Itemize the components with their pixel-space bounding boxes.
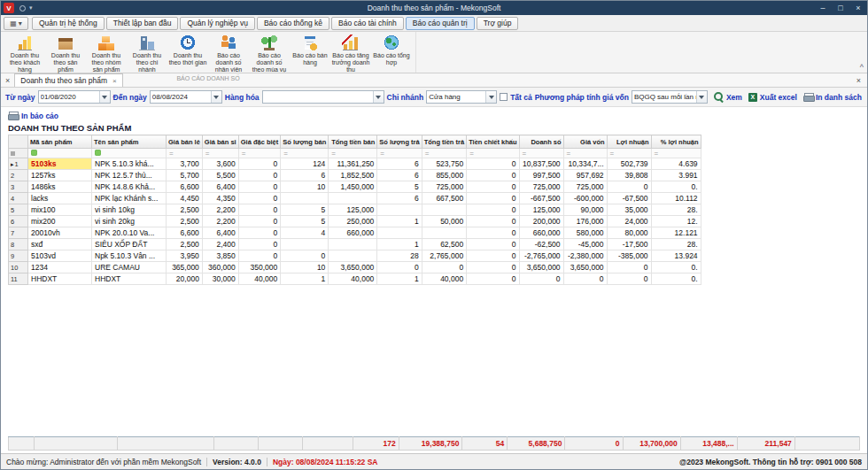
- grid-cell[interactable]: [329, 239, 377, 250]
- grid-cell[interactable]: 0: [238, 170, 281, 181]
- grid-cell[interactable]: 4,350: [202, 193, 238, 204]
- close-pane-icon[interactable]: ×: [856, 76, 861, 85]
- filter-cell[interactable]: =: [607, 149, 651, 158]
- grid-cell[interactable]: 360,000: [202, 262, 238, 274]
- grid-cell[interactable]: vi sinh 20kg: [92, 216, 167, 227]
- grid-cell[interactable]: [377, 204, 422, 216]
- grid-cell[interactable]: 4.639: [651, 158, 701, 170]
- table-row[interactable]: 5mix100vi sinh 10kg2,5002,20005125,00001…: [9, 204, 701, 216]
- grid-cell[interactable]: 0: [238, 239, 281, 250]
- view-button[interactable]: Xem: [714, 92, 742, 102]
- chevron-down-icon[interactable]: ▾: [29, 4, 33, 12]
- grid-cell[interactable]: -2,380,000: [563, 250, 607, 262]
- grid-cell[interactable]: -385,000: [607, 250, 651, 262]
- column-header[interactable]: Giá bán sỉ: [202, 135, 238, 149]
- grid-cell[interactable]: 0: [467, 227, 519, 239]
- grid-cell[interactable]: 24,000: [607, 216, 651, 227]
- grid-cell[interactable]: 11,361,250: [329, 158, 377, 170]
- grid-cell[interactable]: 0: [281, 250, 329, 262]
- grid-cell[interactable]: 0: [467, 193, 519, 204]
- grid-cell[interactable]: 1,852,500: [329, 170, 377, 181]
- grid-cell[interactable]: [422, 204, 466, 216]
- grid-cell[interactable]: 0: [467, 250, 519, 262]
- branch-combobox[interactable]: Cửa hàng: [426, 90, 497, 104]
- column-header[interactable]: Tổng tiền trả: [422, 135, 466, 149]
- grid-cell[interactable]: 5,500: [202, 170, 238, 181]
- grid-cell[interactable]: 997,500: [519, 170, 563, 181]
- to-date-input[interactable]: 08/08/2024: [150, 90, 222, 104]
- grid-cell[interactable]: NPK 5.10.3 khá...: [92, 158, 167, 170]
- grid-cell[interactable]: 6: [377, 193, 422, 204]
- table-row[interactable]: 4lacksNPK lạc Khánh s...4,4504,35006667,…: [9, 193, 701, 204]
- grid-cell[interactable]: lacks: [28, 193, 92, 204]
- grid-cell[interactable]: 1234: [28, 262, 92, 274]
- grid-cell[interactable]: [329, 193, 377, 204]
- filter-cell[interactable]: [28, 149, 92, 158]
- grid-cell[interactable]: 6,400: [202, 227, 238, 239]
- grid-cell[interactable]: 10: [281, 262, 329, 274]
- column-header[interactable]: Tổng tiền bán: [329, 135, 377, 149]
- grid-cell[interactable]: NPK 12.5.7 thủ...: [92, 170, 167, 181]
- grid-cell[interactable]: 28.: [651, 239, 701, 250]
- grid-cell[interactable]: 125,000: [519, 204, 563, 216]
- app-menu-button[interactable]: ▦▾: [4, 17, 28, 30]
- grid-cell[interactable]: 10,837,500: [519, 158, 563, 170]
- menu-tab-1[interactable]: Quản trị hệ thống: [32, 17, 105, 30]
- grid-cell[interactable]: 4,450: [167, 193, 203, 204]
- grid-cell[interactable]: 6: [377, 158, 422, 170]
- grid-cell[interactable]: 0: [467, 262, 519, 274]
- grid-cell[interactable]: 0.: [651, 274, 701, 285]
- filter-cell[interactable]: =: [467, 149, 519, 158]
- menu-tab-4[interactable]: Báo cáo thống kê: [257, 17, 329, 30]
- filter-cell[interactable]: [92, 149, 167, 158]
- grid-cell[interactable]: 0: [238, 181, 281, 193]
- grid-cell[interactable]: 12.: [651, 216, 701, 227]
- minimize-button[interactable]: –: [814, 1, 832, 15]
- filter-cell[interactable]: =: [281, 149, 329, 158]
- chevron-down-icon[interactable]: [696, 91, 707, 103]
- close-button[interactable]: ×: [849, 1, 867, 15]
- grid-cell[interactable]: 0: [607, 181, 651, 193]
- grid-cell[interactable]: 0: [238, 204, 281, 216]
- all-checkbox[interactable]: [500, 93, 508, 101]
- filter-cell[interactable]: =: [651, 149, 701, 158]
- grid-cell[interactable]: 3,650,000: [329, 262, 377, 274]
- chevron-down-icon[interactable]: [99, 91, 110, 103]
- grid-cell[interactable]: 0: [467, 239, 519, 250]
- grid-cell[interactable]: 39,808: [607, 170, 651, 181]
- grid-cell[interactable]: 0: [467, 170, 519, 181]
- grid-cell[interactable]: [377, 227, 422, 239]
- grid-cell[interactable]: 10,334,7...: [563, 158, 607, 170]
- grid-cell[interactable]: 20010vh: [28, 227, 92, 239]
- chevron-down-icon[interactable]: [485, 91, 496, 103]
- grid-cell[interactable]: 957,692: [563, 170, 607, 181]
- grid-cell[interactable]: 855,000: [422, 170, 466, 181]
- grid-cell[interactable]: HHDXT: [92, 274, 167, 285]
- ribbon-button[interactable]: Báo cáo doanh số theo mùa vụ: [249, 34, 290, 74]
- table-row[interactable]: 101234URE CAMAU365,000360,000350,000103,…: [9, 262, 701, 274]
- menu-tab-3[interactable]: Quản lý nghiệp vụ: [180, 17, 255, 30]
- filter-cell[interactable]: =: [238, 149, 281, 158]
- grid-cell[interactable]: 0: [467, 216, 519, 227]
- filter-cell[interactable]: =: [329, 149, 377, 158]
- menu-tab-5[interactable]: Báo cáo tài chính: [331, 17, 404, 30]
- table-row[interactable]: 11HHDXTHHDXT20,00030,00040,000140,000140…: [9, 274, 701, 285]
- grid-cell[interactable]: [422, 227, 466, 239]
- grid-cell[interactable]: 2,200: [202, 204, 238, 216]
- grid-cell[interactable]: 4: [281, 227, 329, 239]
- grid-cell[interactable]: 6,600: [167, 227, 203, 239]
- filter-cell[interactable]: =: [563, 149, 607, 158]
- grid-cell[interactable]: 365,000: [167, 262, 203, 274]
- ribbon-collapse-icon[interactable]: ^: [860, 64, 864, 71]
- column-header[interactable]: Lợi nhuận: [607, 135, 651, 149]
- grid-cell[interactable]: 350,000: [238, 262, 281, 274]
- grid-cell[interactable]: NPK 20.0.10 Va...: [92, 227, 167, 239]
- grid-cell[interactable]: 20,000: [167, 274, 203, 285]
- grid-cell[interactable]: 2,500: [167, 204, 203, 216]
- column-header[interactable]: Doanh số: [519, 135, 563, 149]
- grid-cell[interactable]: 5: [281, 204, 329, 216]
- grid-cell[interactable]: 0: [238, 227, 281, 239]
- grid-cell[interactable]: -67,500: [607, 193, 651, 204]
- column-header[interactable]: Tên sản phẩm: [92, 135, 167, 149]
- grid-cell[interactable]: 0: [467, 274, 519, 285]
